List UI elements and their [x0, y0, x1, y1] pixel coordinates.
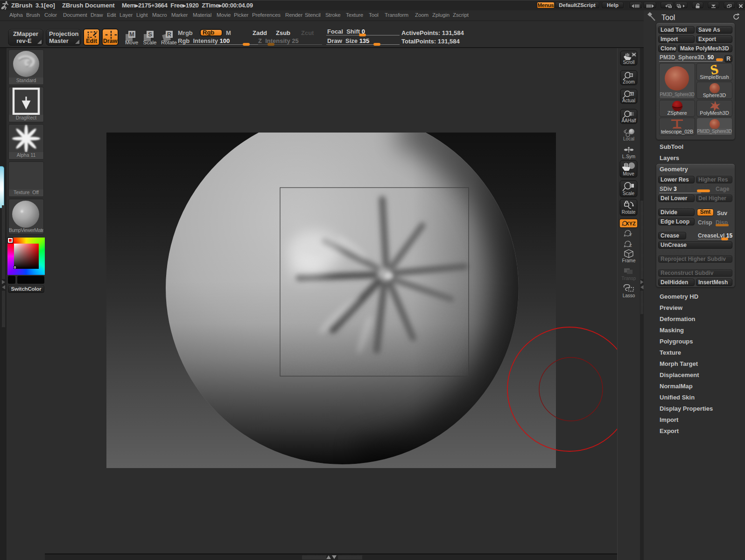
svg-text:Transp: Transp: [622, 276, 636, 281]
svg-text:XYZ: XYZ: [626, 221, 636, 226]
svg-text:Rotate: Rotate: [161, 40, 177, 45]
svg-text:Z: Z: [629, 243, 632, 248]
svg-text:Rotate: Rotate: [622, 210, 636, 215]
svg-text:Move: Move: [623, 171, 634, 176]
svg-text:Y: Y: [629, 232, 632, 237]
svg-text:M: M: [129, 31, 134, 38]
svg-text:x1: x1: [630, 92, 634, 96]
svg-text:Scroll: Scroll: [623, 60, 634, 65]
svg-text:Move: Move: [125, 40, 138, 45]
svg-text:AAHalf: AAHalf: [621, 118, 636, 123]
svg-text:Frame: Frame: [622, 258, 636, 263]
svg-text:L.Sym: L.Sym: [622, 154, 635, 159]
svg-text:Zoom: Zoom: [623, 79, 635, 84]
svg-text:S: S: [148, 31, 152, 38]
svg-text:R: R: [167, 31, 172, 38]
svg-text:Scale: Scale: [623, 191, 634, 196]
svg-text:Scale: Scale: [143, 40, 157, 45]
svg-text:Lasso: Lasso: [623, 293, 635, 298]
svg-text:Local: Local: [623, 136, 634, 141]
svg-text:Actual: Actual: [622, 98, 635, 103]
